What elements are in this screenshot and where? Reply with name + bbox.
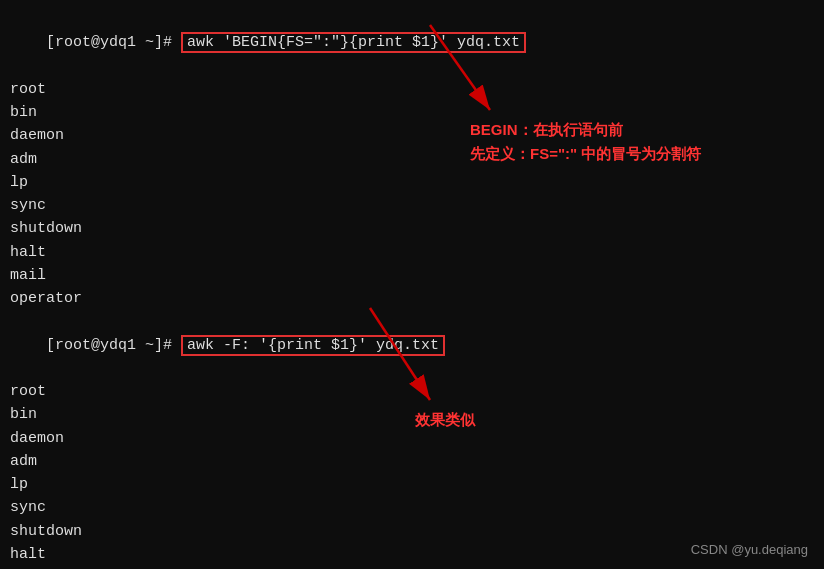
output-2-3: daemon	[10, 427, 814, 450]
output-2-5: lp	[10, 473, 814, 496]
output-2-1: root	[10, 380, 814, 403]
output-1-8: halt	[10, 241, 814, 264]
command-line-1: [root@ydq1 ~]# awk 'BEGIN{FS=":"}{print …	[10, 8, 814, 78]
prompt-2: [root@ydq1 ~]#	[46, 337, 181, 354]
command-box-2: awk -F: '{print $1}' ydq.txt	[181, 335, 445, 356]
prompt-1: [root@ydq1 ~]#	[46, 34, 181, 51]
output-1-9: mail	[10, 264, 814, 287]
watermark: CSDN @yu.deqiang	[691, 542, 808, 557]
output-2-4: adm	[10, 450, 814, 473]
output-1-1: root	[10, 78, 814, 101]
output-2-6: sync	[10, 496, 814, 519]
command-line-2: [root@ydq1 ~]# awk -F: '{print $1}' ydq.…	[10, 310, 814, 380]
command-box-1: awk 'BEGIN{FS=":"}{print $1}' ydq.txt	[181, 32, 526, 53]
output-2-7: shutdown	[10, 520, 814, 543]
terminal-window: [root@ydq1 ~]# awk 'BEGIN{FS=":"}{print …	[0, 0, 824, 569]
output-1-6: sync	[10, 194, 814, 217]
output-1-10: operator	[10, 287, 814, 310]
annotation-1: BEGIN：在执行语句前 先定义：FS=":" 中的冒号为分割符	[470, 118, 701, 166]
output-1-7: shutdown	[10, 217, 814, 240]
annotation-2: 效果类似	[415, 408, 475, 432]
output-2-2: bin	[10, 403, 814, 426]
output-1-5: lp	[10, 171, 814, 194]
